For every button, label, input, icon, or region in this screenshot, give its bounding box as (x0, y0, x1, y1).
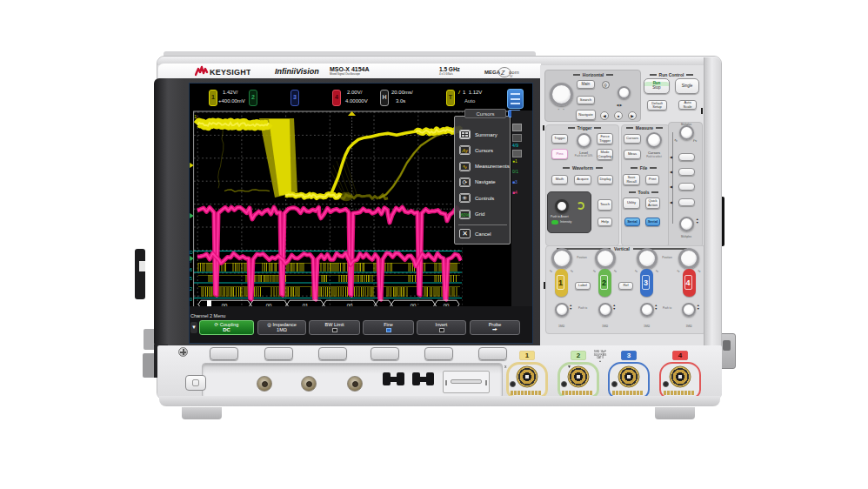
svg-text:5: 5 (190, 276, 192, 281)
svg-text:KEYSIGHT: KEYSIGHT (210, 68, 250, 77)
svg-text:2: 2 (190, 286, 192, 291)
svg-text:Z: Z (500, 70, 505, 76)
svg-text:0: 0 (190, 297, 192, 302)
svg-text:6: 6 (190, 267, 192, 272)
svg-text:D: D (190, 250, 193, 255)
